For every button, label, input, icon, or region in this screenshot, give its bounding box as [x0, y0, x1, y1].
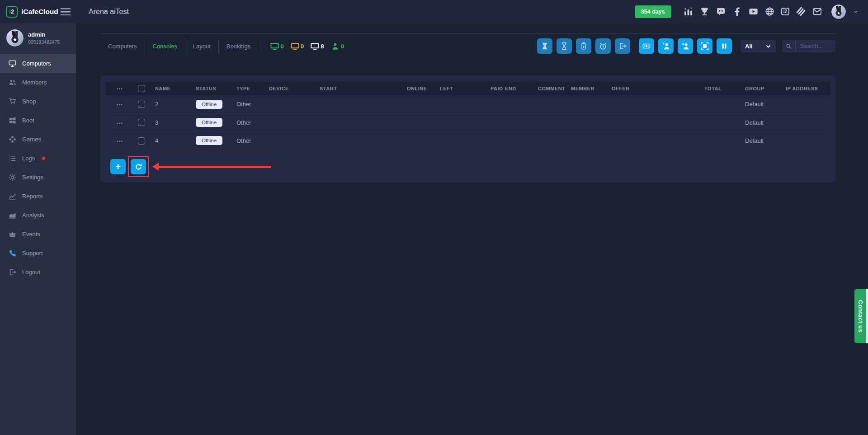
sidebar-item-label: Logs: [22, 155, 35, 162]
col-member: MEMBER: [565, 82, 605, 95]
header-row-menu-icon[interactable]: •••: [117, 87, 123, 91]
row-checkbox[interactable]: [138, 101, 145, 108]
col-device: DEVICE: [263, 82, 313, 95]
row-menu-icon[interactable]: •••: [117, 103, 123, 107]
sidebar-user-name: admin: [28, 31, 60, 38]
row-menu-icon[interactable]: •••: [117, 139, 123, 144]
alarm-clock-button[interactable]: [595, 38, 611, 54]
counter-online: 0: [270, 42, 284, 51]
sign-out-button[interactable]: [615, 38, 630, 54]
tab-consoles[interactable]: Consoles: [145, 38, 185, 54]
facebook-icon[interactable]: [732, 7, 742, 16]
menu-toggle-icon[interactable]: [61, 8, 71, 15]
table-row[interactable]: ••• 2 Offline Other Default: [106, 95, 830, 113]
sidebar-item-reports[interactable]: Reports: [0, 187, 76, 206]
sidebar-item-label: Reports: [22, 193, 43, 200]
cell-group: Default: [739, 95, 779, 113]
trophy-icon[interactable]: [700, 7, 709, 16]
add-user-button[interactable]: [678, 38, 693, 54]
col-comment: COMMENT: [532, 82, 565, 95]
sidebar-user-avatar: [6, 29, 24, 47]
filter-select[interactable]: All: [741, 40, 776, 52]
globe-icon[interactable]: [765, 7, 774, 16]
sidebar-item-games[interactable]: Games: [0, 130, 76, 149]
app-logo[interactable]: i2 iCafeCloud: [0, 6, 60, 18]
counter-total: 8: [311, 42, 324, 51]
sidebar-item-shop[interactable]: Shop: [0, 92, 76, 111]
logs-notification-dot: [42, 157, 45, 160]
cash-button[interactable]: [639, 38, 654, 54]
user-avatar[interactable]: [831, 5, 846, 19]
tab-bookings[interactable]: Bookings: [218, 38, 258, 54]
counter-busy: 0: [291, 42, 304, 51]
icafecloud-site-icon[interactable]: i2: [781, 8, 789, 15]
license-days-badge[interactable]: 354 days: [635, 5, 671, 18]
toolbar-group-session: [537, 38, 630, 54]
topbar-actions: 354 days i2: [635, 5, 868, 19]
cell-name: 2: [149, 95, 189, 113]
sidebar-item-logs[interactable]: Logs: [0, 149, 76, 168]
battery-button[interactable]: [576, 38, 591, 54]
sidebar-item-analysis[interactable]: Analysis: [0, 206, 76, 225]
screenshot-button[interactable]: [697, 38, 712, 54]
sidebar-menu: Computers Members Shop Boot Games Logs S…: [0, 54, 76, 281]
row-menu-icon[interactable]: •••: [117, 121, 123, 126]
contact-us-tab[interactable]: Contact us: [854, 289, 868, 343]
list-icon: [9, 154, 16, 162]
sidebar-item-settings[interactable]: Settings: [0, 168, 76, 187]
hourglass-filled-button[interactable]: [537, 38, 552, 54]
sidebar-item-label: Events: [22, 231, 40, 238]
select-all-checkbox[interactable]: [138, 85, 145, 92]
sidebar-item-support[interactable]: Support: [0, 243, 76, 262]
cell-name: 3: [149, 113, 189, 131]
add-console-button[interactable]: +: [110, 159, 126, 174]
mail-icon[interactable]: [812, 7, 822, 16]
sidebar-item-label: Logout: [22, 269, 40, 276]
sign-out-icon: [9, 268, 16, 276]
status-badge: Offline: [196, 100, 222, 109]
cell-name: 4: [149, 131, 189, 150]
table-row[interactable]: ••• 4 Offline Other Default: [106, 131, 830, 150]
discord-icon[interactable]: [716, 7, 726, 16]
area-chart-icon: [9, 211, 16, 219]
chevron-down-icon[interactable]: [853, 9, 859, 15]
status-counters: 0 0 8 0: [260, 41, 344, 51]
row-checkbox[interactable]: [138, 137, 145, 145]
status-badge: Offline: [196, 136, 222, 145]
counter-value: 0: [341, 43, 344, 50]
sidebar-item-boot[interactable]: Boot: [0, 111, 76, 130]
cell-group: Default: [739, 113, 779, 131]
hourglass-button[interactable]: [557, 38, 572, 54]
stats-icon[interactable]: [684, 7, 693, 16]
layers-icon[interactable]: [796, 7, 806, 16]
chevron-down-icon: [765, 43, 771, 49]
search-icon: [782, 40, 796, 52]
app-name: iCafeCloud: [21, 8, 58, 16]
add-user-star-button[interactable]: [658, 38, 674, 54]
youtube-icon[interactable]: [749, 7, 758, 16]
annotation-arrow: [158, 166, 271, 168]
main-content: Computers Consoles Layout Bookings 0 0 8…: [76, 23, 868, 435]
counter-value: 0: [280, 43, 284, 50]
sidebar-item-members[interactable]: Members: [0, 73, 76, 92]
monitor-icon: [311, 42, 319, 51]
phone-icon: [9, 249, 16, 257]
sidebar-user[interactable]: admin 005193482475: [0, 23, 76, 53]
sidebar-item-computers[interactable]: Computers: [0, 54, 76, 73]
sidebar-item-label: Computers: [22, 60, 51, 67]
sidebar-item-events[interactable]: Events: [0, 225, 76, 243]
pause-button[interactable]: [717, 38, 732, 54]
line-chart-icon: [9, 192, 16, 200]
col-total: TOTAL: [698, 82, 739, 95]
search-input[interactable]: [796, 43, 835, 49]
sidebar-item-logout[interactable]: Logout: [0, 262, 76, 281]
user-icon: [331, 42, 340, 51]
tab-layout[interactable]: Layout: [185, 38, 218, 54]
tab-computers[interactable]: Computers: [100, 38, 145, 54]
col-left: LEFT: [434, 82, 484, 95]
sidebar-item-label: Shop: [22, 98, 36, 105]
table-actions: +: [110, 159, 830, 174]
table-row[interactable]: ••• 3 Offline Other Default: [106, 113, 830, 131]
row-checkbox[interactable]: [138, 119, 145, 126]
col-group: GROUP: [739, 82, 779, 95]
